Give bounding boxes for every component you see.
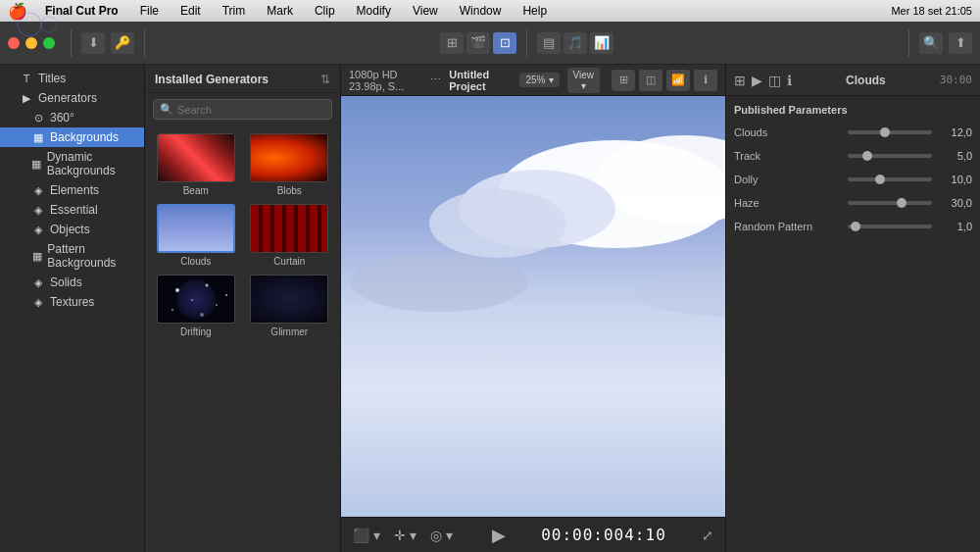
sidebar-item-textures[interactable]: ◈ Textures bbox=[0, 292, 144, 312]
search-toolbar-icon[interactable]: 🔍 bbox=[919, 32, 943, 54]
sidebar-item-titles[interactable]: T Titles bbox=[0, 69, 144, 88]
sidebar-label-essential: Essential bbox=[50, 203, 98, 217]
svg-point-2 bbox=[205, 284, 208, 287]
library-icon[interactable]: ⊞ bbox=[440, 32, 464, 54]
search-box[interactable]: 🔍 bbox=[153, 99, 332, 120]
menu-edit[interactable]: Edit bbox=[176, 2, 205, 20]
sidebar-label-backgrounds: Backgrounds bbox=[50, 130, 119, 144]
sidebar-item-generators[interactable]: ▶ Generators bbox=[0, 88, 144, 108]
random-pattern-thumb[interactable] bbox=[851, 222, 860, 231]
svg-point-4 bbox=[172, 309, 173, 311]
thumb-clouds[interactable]: Clouds bbox=[153, 204, 239, 267]
svg-point-1 bbox=[191, 299, 193, 301]
timecode-display: 00:00:004:10 bbox=[541, 526, 666, 544]
sidebar-label-textures: Textures bbox=[50, 295, 94, 309]
effects-btn[interactable]: ◎ ▾ bbox=[426, 526, 457, 545]
toolbar-separator-2 bbox=[144, 29, 145, 57]
thumb-glimmer-label: Glimmer bbox=[270, 326, 308, 337]
fullscreen-btn[interactable]: ⤢ bbox=[698, 526, 717, 545]
sidebar-item-essential[interactable]: ◈ Essential bbox=[0, 200, 144, 220]
thumb-curtain-label: Curtain bbox=[273, 256, 305, 267]
dolly-slider-thumb[interactable] bbox=[875, 175, 885, 184]
import-icon[interactable]: ⬇ bbox=[81, 32, 105, 54]
haze-param-slider[interactable] bbox=[848, 201, 932, 205]
inspector-row-random-pattern: Random Pattern 1,0 bbox=[734, 218, 972, 235]
timeline-icon[interactable]: ▤ bbox=[537, 32, 561, 54]
clouds-param-slider[interactable] bbox=[848, 130, 932, 134]
share-icon[interactable]: ⬆ bbox=[949, 32, 972, 54]
sidebar-label-360: 360° bbox=[50, 111, 74, 125]
thumb-glimmer[interactable]: Glimmer bbox=[247, 275, 333, 337]
inspector-timecode: 30:00 bbox=[940, 74, 972, 86]
thumb-curtain[interactable]: Curtain bbox=[247, 204, 333, 267]
wifi-icon[interactable]: 📶 bbox=[666, 70, 690, 91]
search-input[interactable] bbox=[177, 104, 325, 116]
menu-trim[interactable]: Trim bbox=[219, 2, 250, 20]
sort-icon[interactable]: ⇅ bbox=[320, 73, 330, 86]
sidebar-item-360[interactable]: ⊙ 360° bbox=[0, 108, 144, 127]
generators-icon[interactable]: ⊡ bbox=[493, 32, 516, 54]
zoom-btn[interactable]: 25% ▾ bbox=[519, 73, 559, 87]
frame-settings-btn[interactable]: ⬛ ▾ bbox=[349, 526, 384, 545]
sidebar-item-objects[interactable]: ◈ Objects bbox=[0, 220, 144, 239]
sidebar-item-dynamic-backgrounds[interactable]: ▦ Dynamic Backgrounds bbox=[0, 147, 144, 180]
inspector-row-dolly: Dolly 10,0 bbox=[734, 171, 972, 188]
sidebar-item-pattern-backgrounds[interactable]: ▦ Pattern Backgrounds bbox=[0, 239, 144, 273]
thumb-blobs-label: Blobs bbox=[277, 185, 302, 196]
random-pattern-slider[interactable] bbox=[848, 225, 932, 228]
clouds-svg bbox=[341, 96, 725, 517]
media-icon[interactable]: 🎬 bbox=[466, 32, 490, 54]
svg-point-16 bbox=[351, 253, 527, 312]
thumb-drifting[interactable]: Drifting bbox=[153, 275, 239, 337]
haze-slider-thumb[interactable] bbox=[897, 198, 906, 208]
menu-mark[interactable]: Mark bbox=[263, 2, 297, 20]
thumb-drifting-img bbox=[157, 275, 235, 324]
thumb-beam[interactable]: Beam bbox=[153, 133, 239, 196]
sidebar-label-solids: Solids bbox=[50, 276, 82, 289]
meter-icon[interactable]: 📊 bbox=[590, 32, 613, 54]
clouds-slider-thumb[interactable] bbox=[880, 127, 890, 137]
thumbnail-grid: Beam Blobs Clouds Curtain bbox=[145, 125, 340, 345]
dolly-param-slider[interactable] bbox=[848, 177, 932, 181]
search-icon: 🔍 bbox=[160, 103, 173, 116]
menu-window[interactable]: Window bbox=[456, 2, 506, 20]
menu-view[interactable]: View bbox=[409, 2, 442, 20]
view-btn[interactable]: View ▾ bbox=[567, 68, 601, 93]
thumb-curtain-img bbox=[250, 204, 328, 253]
transform-btn[interactable]: ✛ ▾ bbox=[390, 526, 420, 545]
scope-icon[interactable]: ◫ bbox=[639, 70, 662, 91]
track-param-slider[interactable] bbox=[848, 154, 932, 158]
haze-param-value: 30,0 bbox=[938, 197, 972, 209]
menu-clip[interactable]: Clip bbox=[311, 2, 339, 20]
compare-icon[interactable]: ⊞ bbox=[612, 70, 635, 91]
dolly-param-value: 10,0 bbox=[938, 174, 972, 185]
sidebar-item-solids[interactable]: ◈ Solids bbox=[0, 273, 144, 292]
key-icon[interactable]: 🔑 bbox=[111, 32, 134, 54]
inspector-tab-icon-1[interactable]: ⊞ bbox=[734, 73, 746, 88]
inspector-tab-icon-4[interactable]: ℹ bbox=[787, 73, 792, 88]
preview-sep: ⋯ bbox=[430, 74, 441, 86]
blobs-preview bbox=[251, 134, 327, 181]
thumb-blobs[interactable]: Blobs bbox=[247, 133, 333, 196]
inspector-content: Published Parameters Clouds 12,0 Track 5… bbox=[726, 96, 980, 552]
sidebar: T Titles ▶ Generators ⊙ 360° ▦ Backgroun… bbox=[0, 65, 145, 552]
sky-background bbox=[341, 96, 725, 517]
play-btn[interactable]: ▶ bbox=[488, 523, 510, 548]
inspector-tab-icon-3[interactable]: ◫ bbox=[768, 73, 781, 88]
menu-file[interactable]: File bbox=[136, 2, 163, 20]
360-icon: ⊙ bbox=[31, 112, 45, 125]
sidebar-item-elements[interactable]: ◈ Elements bbox=[0, 180, 144, 200]
thumb-blobs-img bbox=[250, 133, 328, 182]
info-icon[interactable]: ℹ bbox=[694, 70, 717, 91]
sidebar-label-objects: Objects bbox=[50, 223, 90, 236]
menu-modify[interactable]: Modify bbox=[353, 2, 395, 20]
sidebar-label-pattern-bg: Pattern Backgrounds bbox=[47, 242, 136, 270]
menu-help[interactable]: Help bbox=[518, 2, 551, 20]
track-slider-thumb[interactable] bbox=[862, 151, 872, 161]
solids-icon: ◈ bbox=[31, 276, 45, 289]
audio-icon[interactable]: 🎵 bbox=[564, 32, 587, 54]
clouds-param-value: 12,0 bbox=[938, 126, 972, 138]
inspector-tab-icon-2[interactable]: ▶ bbox=[752, 73, 762, 88]
sidebar-item-backgrounds[interactable]: ▦ Backgrounds bbox=[0, 127, 144, 147]
random-pattern-value: 1,0 bbox=[938, 221, 972, 232]
